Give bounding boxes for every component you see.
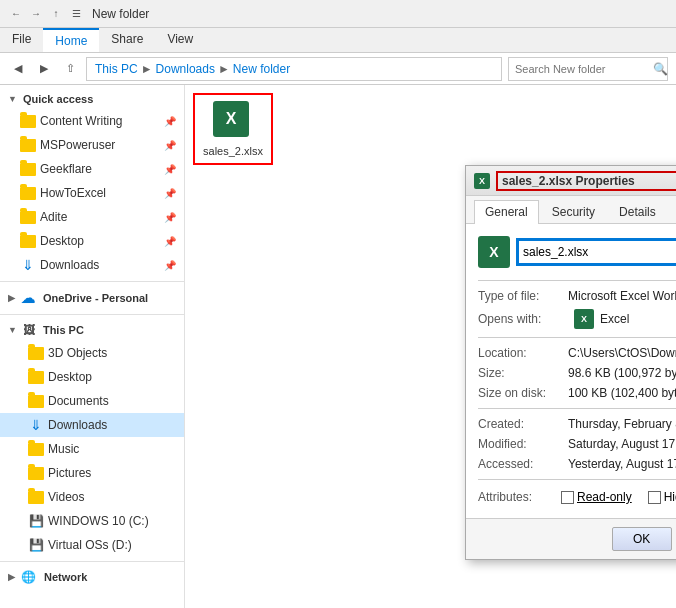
sidebar-item-windows[interactable]: 💾 WINDOWS 10 (C:) [0,509,184,533]
folder-icon [20,233,36,249]
excel-icon: X [213,101,249,137]
pin-icon: 📌 [164,140,176,151]
main-area: ▼ Quick access Content Writing 📌 MSPower… [0,85,676,608]
sidebar-item-label: MSPoweruser [40,138,115,152]
forward-icon[interactable]: → [28,6,44,22]
crumb-thispc[interactable]: This PC [95,62,138,76]
tab-details[interactable]: Details [608,200,667,223]
ok-button[interactable]: OK [612,527,672,551]
folder-icon [20,137,36,153]
prop-created-label: Created: [478,417,568,431]
filename-input[interactable] [518,240,676,264]
quick-access-chevron: ▼ [8,94,17,104]
sidebar-item-3dobjects[interactable]: 3D Objects [0,341,184,365]
sidebar-item-virtualos[interactable]: 💾 Virtual OSs (D:) [0,533,184,557]
sidebar-item-mspoweruser[interactable]: MSPoweruser 📌 [0,133,184,157]
sidebar-item-adite[interactable]: Adite 📌 [0,205,184,229]
network-header[interactable]: ▶ 🌐 Network [0,566,184,588]
sidebar-item-content-writing[interactable]: Content Writing 📌 [0,109,184,133]
thispc-label: This PC [43,324,84,336]
thispc-chevron: ▼ [8,325,17,335]
opens-with-row: Opens with: X Excel Change... [478,309,676,329]
thispc-header[interactable]: ▼ 🖼 This PC [0,319,184,341]
quick-access-icon[interactable]: ☰ [68,6,84,22]
tab-previous-versions[interactable]: Previous Versions [669,200,676,223]
divider-attributes [478,479,676,480]
sidebar-item-desktop-qa[interactable]: Desktop 📌 [0,229,184,253]
crumb-downloads[interactable]: Downloads [156,62,215,76]
sidebar-item-pictures[interactable]: Pictures [0,461,184,485]
crumb-newfolder[interactable]: New folder [233,62,290,76]
prop-type: Type of file: Microsoft Excel Worksheet … [478,289,676,303]
tab-view[interactable]: View [155,28,205,52]
sidebar-item-label: Desktop [48,370,92,384]
window-title: New folder [92,7,149,21]
folder-icon [28,345,44,361]
dialog-title-icon: X [474,173,490,189]
search-box[interactable]: 🔍 [508,57,668,81]
search-input[interactable] [515,63,653,75]
sidebar-item-geekflare[interactable]: Geekflare 📌 [0,157,184,181]
up-button[interactable]: ⇧ [60,59,80,79]
divider2 [0,314,184,315]
opens-with-excel-icon: X [574,309,594,329]
onedrive-label: OneDrive - Personal [43,292,148,304]
sidebar-item-label: HowToExcel [40,186,106,200]
readonly-checkbox[interactable]: Read-only [561,490,632,504]
prop-modified-label: Modified: [478,437,568,451]
tab-home[interactable]: Home [43,28,99,52]
prop-created: Created: Thursday, February 8, 2024, 2:3… [478,417,676,431]
sidebar-item-music[interactable]: Music [0,437,184,461]
file-item-sales2xlsx[interactable]: X sales_2.xlsx [193,93,273,165]
sidebar-item-downloads[interactable]: ⇓ Downloads [0,413,184,437]
prop-location-value: C:\Users\CtOS\Downloads\New folder [568,346,676,360]
address-bar: ◀ ▶ ⇧ This PC ► Downloads ► New folder 🔍 [0,53,676,85]
network-label: Network [44,571,87,583]
sidebar-item-label: Videos [48,490,84,504]
hidden-checkbox[interactable]: Hidden [648,490,676,504]
prop-accessed-value: Yesterday, August 17, 2024, 11:45:28 PM [568,457,676,471]
pin-icon: 📌 [164,212,176,223]
back-icon[interactable]: ← [8,6,24,22]
folder-icon [28,369,44,385]
sidebar-item-label: Desktop [40,234,84,248]
title-bar: ← → ↑ ☰ New folder [0,0,676,28]
readonly-checkbox-box[interactable] [561,491,574,504]
sidebar-item-documents[interactable]: Documents [0,389,184,413]
folder-icon [28,465,44,481]
tab-security[interactable]: Security [541,200,606,223]
folder-icon [20,185,36,201]
sidebar: ▼ Quick access Content Writing 📌 MSPower… [0,85,185,608]
tab-share[interactable]: Share [99,28,155,52]
ribbon-tabs: File Home Share View [0,28,676,52]
prop-location-label: Location: [478,346,568,360]
prop-accessed-label: Accessed: [478,457,568,471]
onedrive-chevron: ▶ [8,293,15,303]
onedrive-icon: ☁ [21,290,35,306]
prop-created-value: Thursday, February 8, 2024, 2:36:28 AM [568,417,676,431]
quick-access-header[interactable]: ▼ Quick access [0,89,184,109]
forward-button[interactable]: ▶ [34,59,54,79]
divider-dates [478,408,676,409]
tab-file[interactable]: File [0,28,43,52]
sidebar-item-howtoexcel[interactable]: HowToExcel 📌 [0,181,184,205]
sidebar-item-label: Pictures [48,466,91,480]
pin-icon: 📌 [164,188,176,199]
prop-size-on-disk: Size on disk: 100 KB (102,400 bytes) [478,386,676,400]
prop-type-value: Microsoft Excel Worksheet (.xlsx) [568,289,676,303]
sidebar-item-downloads-qa[interactable]: ⇓ Downloads 📌 [0,253,184,277]
folder-icon [20,209,36,225]
back-button[interactable]: ◀ [8,59,28,79]
sidebar-item-desktop[interactable]: Desktop [0,365,184,389]
prop-modified: Modified: Saturday, August 17, 2024, 11:… [478,437,676,451]
onedrive-header[interactable]: ▶ ☁ OneDrive - Personal [0,286,184,310]
filename-excel-icon: X [478,236,510,268]
sidebar-item-videos[interactable]: Videos [0,485,184,509]
properties-dialog[interactable]: X sales_2.xlsx Properties ✕ General Secu… [465,165,676,560]
hidden-checkbox-box[interactable] [648,491,661,504]
prop-location: Location: C:\Users\CtOS\Downloads\New fo… [478,346,676,360]
up-icon[interactable]: ↑ [48,6,64,22]
opens-with-app: Excel [600,312,676,326]
address-box[interactable]: This PC ► Downloads ► New folder [86,57,502,81]
tab-general[interactable]: General [474,200,539,224]
